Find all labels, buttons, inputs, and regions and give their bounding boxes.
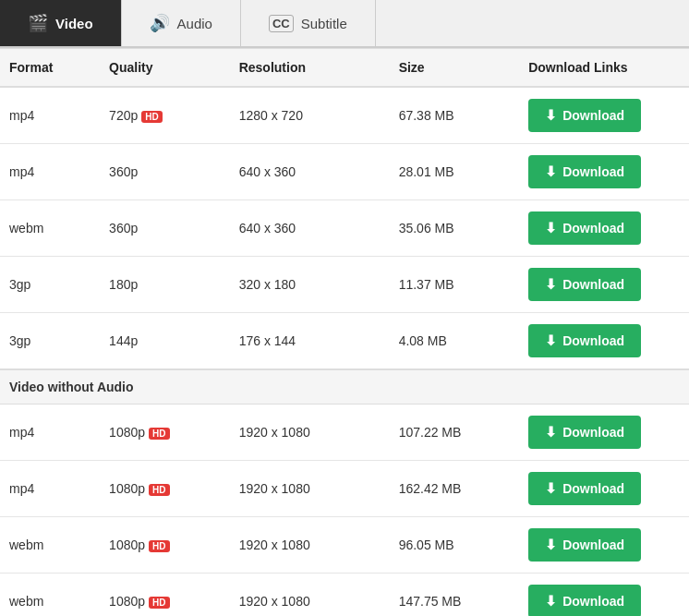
cell-resolution: 176 x 144 [230, 313, 390, 370]
hd-badge: HD [149, 428, 169, 440]
cell-quality: 180p [100, 257, 230, 313]
cell-quality: 360p [100, 200, 230, 257]
cell-quality: 1080pHD [100, 405, 230, 461]
cell-size: 11.37 MB [390, 257, 520, 313]
cell-download: ⬇Download [519, 87, 689, 144]
download-button[interactable]: ⬇Download [528, 99, 641, 132]
download-label: Download [562, 164, 624, 179]
video-icon: 🎬 [28, 13, 48, 33]
download-label: Download [562, 333, 624, 348]
download-icon: ⬇ [545, 107, 557, 124]
cell-size: 162.42 MB [390, 461, 520, 517]
cell-download: ⬇Download [519, 574, 689, 617]
tab-video-label: Video [55, 16, 93, 31]
table-header-row: Format Quality Resolution Size Download … [0, 49, 689, 88]
cell-size: 107.22 MB [390, 405, 520, 461]
cell-quality: 720pHD [100, 87, 230, 144]
table-row: mp41080pHD1920 x 1080107.22 MB⬇Download [0, 405, 689, 461]
section-header-label: Video without Audio [0, 369, 689, 405]
download-button[interactable]: ⬇Download [528, 472, 641, 505]
download-icon: ⬇ [545, 424, 557, 441]
table-row: 3gp144p176 x 1444.08 MB⬇Download [0, 313, 689, 370]
audio-icon: 🔊 [150, 13, 170, 33]
cell-quality: 1080pHD [100, 461, 230, 517]
download-button[interactable]: ⬇Download [528, 416, 641, 449]
col-header-format: Format [0, 49, 100, 88]
cell-resolution: 1280 x 720 [230, 87, 390, 144]
hd-badge: HD [149, 484, 169, 496]
download-label: Download [562, 221, 624, 236]
cell-size: 96.05 MB [390, 517, 520, 574]
cell-size: 35.06 MB [390, 200, 520, 257]
download-icon: ⬇ [545, 537, 557, 553]
download-icon: ⬇ [545, 593, 557, 610]
cell-download: ⬇Download [519, 257, 689, 313]
col-header-size: Size [390, 49, 520, 88]
cell-resolution: 320 x 180 [230, 257, 390, 313]
hd-badge: HD [149, 597, 169, 609]
cell-format: 3gp [0, 313, 100, 370]
section-header-row: Video without Audio [0, 369, 689, 405]
cell-resolution: 1920 x 1080 [230, 574, 390, 617]
download-label: Download [562, 277, 624, 292]
download-icon: ⬇ [545, 220, 557, 236]
download-button[interactable]: ⬇Download [528, 268, 641, 301]
download-icon: ⬇ [545, 276, 557, 293]
cell-format: webm [0, 517, 100, 574]
cell-format: mp4 [0, 405, 100, 461]
cell-resolution: 1920 x 1080 [230, 517, 390, 574]
download-table: Format Quality Resolution Size Download … [0, 48, 689, 616]
tab-subtitle[interactable]: CC Subtitle [241, 0, 376, 46]
cell-format: mp4 [0, 144, 100, 200]
download-icon: ⬇ [545, 163, 557, 180]
table-row: mp41080pHD1920 x 1080162.42 MB⬇Download [0, 461, 689, 517]
cell-quality: 1080pHD [100, 517, 230, 574]
tab-bar: 🎬 Video 🔊 Audio CC Subtitle [0, 0, 689, 48]
download-label: Download [562, 425, 624, 440]
table-row: 3gp180p320 x 18011.37 MB⬇Download [0, 257, 689, 313]
cell-format: webm [0, 200, 100, 257]
tab-audio-label: Audio [177, 16, 212, 31]
cell-format: mp4 [0, 87, 100, 144]
table-row: mp4720pHD1280 x 72067.38 MB⬇Download [0, 87, 689, 144]
tab-subtitle-label: Subtitle [301, 16, 347, 31]
col-header-quality: Quality [100, 49, 230, 88]
download-button[interactable]: ⬇Download [528, 528, 641, 562]
cell-resolution: 640 x 360 [230, 144, 390, 200]
cell-size: 4.08 MB [390, 313, 520, 370]
cell-format: webm [0, 574, 100, 617]
cell-download: ⬇Download [519, 144, 689, 200]
cell-size: 147.75 MB [390, 574, 520, 617]
cell-download: ⬇Download [519, 517, 689, 574]
download-button[interactable]: ⬇Download [528, 211, 641, 245]
hd-badge: HD [149, 540, 169, 552]
cell-resolution: 640 x 360 [230, 200, 390, 257]
subtitle-icon: CC [269, 15, 294, 32]
download-icon: ⬇ [545, 480, 557, 497]
download-label: Download [562, 481, 624, 496]
col-header-download: Download Links [519, 49, 689, 88]
tab-video[interactable]: 🎬 Video [0, 0, 122, 46]
cell-download: ⬇Download [519, 200, 689, 257]
cell-resolution: 1920 x 1080 [230, 405, 390, 461]
cell-format: mp4 [0, 461, 100, 517]
cell-download: ⬇Download [519, 405, 689, 461]
tab-audio[interactable]: 🔊 Audio [122, 0, 241, 46]
table-row: webm1080pHD1920 x 108096.05 MB⬇Download [0, 517, 689, 574]
cell-download: ⬇Download [519, 461, 689, 517]
cell-resolution: 1920 x 1080 [230, 461, 390, 517]
table-row: webm1080pHD1920 x 1080147.75 MB⬇Download [0, 574, 689, 617]
download-label: Download [562, 108, 624, 123]
cell-quality: 144p [100, 313, 230, 370]
download-label: Download [562, 537, 624, 552]
cell-quality: 1080pHD [100, 574, 230, 617]
download-button[interactable]: ⬇Download [528, 324, 641, 357]
download-icon: ⬇ [545, 332, 557, 349]
download-button[interactable]: ⬇Download [528, 585, 641, 616]
hd-badge: HD [141, 111, 162, 123]
cell-size: 67.38 MB [390, 87, 520, 144]
table-row: mp4360p640 x 36028.01 MB⬇Download [0, 144, 689, 200]
download-button[interactable]: ⬇Download [528, 155, 641, 188]
cell-quality: 360p [100, 144, 230, 200]
col-header-resolution: Resolution [230, 49, 390, 88]
